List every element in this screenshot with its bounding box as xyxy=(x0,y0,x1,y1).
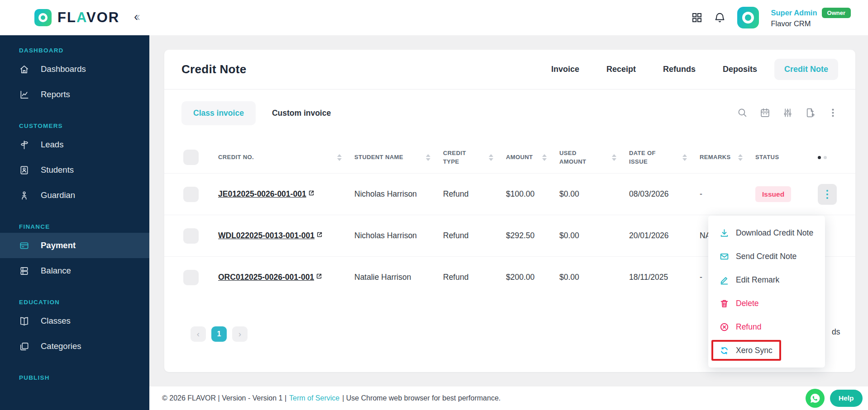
sidebar-item-leads[interactable]: Leads xyxy=(0,132,149,157)
menu-item-download-credit-note[interactable]: Download Credit Note xyxy=(708,221,825,245)
used-amount: $0.00 xyxy=(559,189,629,199)
sidebar-item-dashboards[interactable]: Dashboards xyxy=(0,57,149,82)
external-link-icon xyxy=(316,231,323,238)
row-actions-kebab-button[interactable] xyxy=(818,184,837,205)
apps-grid-icon[interactable] xyxy=(692,12,702,23)
search-icon[interactable] xyxy=(737,108,748,118)
sidebar-item-reports[interactable]: Reports xyxy=(0,82,149,107)
menu-item-delete[interactable]: Delete xyxy=(708,292,825,315)
sort-icon[interactable] xyxy=(612,154,616,161)
credit-type: Refund xyxy=(443,189,506,199)
top-header: FLAVOR ‹‹ Super Admin Owner Flavor CRM xyxy=(0,0,868,35)
column-header-credit-type[interactable]: CREDIT TYPE xyxy=(443,149,506,166)
mail-icon xyxy=(720,252,729,261)
column-header-remarks[interactable]: REMARKS xyxy=(700,153,755,162)
sort-icon[interactable] xyxy=(682,154,687,161)
row-checkbox[interactable] xyxy=(183,270,199,285)
pagination-page-1[interactable]: 1 xyxy=(211,326,227,342)
sidebar-item-classes[interactable]: Classes xyxy=(0,308,149,334)
sidebar-section-customers: CUSTOMERS xyxy=(19,123,149,129)
tab-credit-note[interactable]: Credit Note xyxy=(774,59,838,80)
sidebar-collapse-icon[interactable]: ‹‹ xyxy=(134,10,138,24)
column-header-used-amount[interactable]: USED AMOUNT xyxy=(559,149,629,166)
sidebar-item-students[interactable]: Students xyxy=(0,157,149,183)
sidebar-item-guardian[interactable]: Guardian xyxy=(0,183,149,208)
whatsapp-icon xyxy=(810,393,820,404)
page-title: Credit Note xyxy=(181,62,246,76)
column-header-amount[interactable]: AMOUNT xyxy=(506,153,559,162)
sidebar-item-balance[interactable]: Balance xyxy=(0,258,149,283)
help-button[interactable]: Help xyxy=(830,390,863,407)
external-link-icon xyxy=(315,273,323,280)
signpost-icon xyxy=(19,140,29,150)
invoice-subtabs: Class invoice Custom invoice xyxy=(181,101,343,125)
student-name: Nicholas Harrison xyxy=(354,189,417,198)
tab-refunds[interactable]: Refunds xyxy=(653,59,706,80)
sidebar-section-publish: PUBLISH xyxy=(19,374,149,381)
column-header-student-name[interactable]: STUDENT NAME xyxy=(354,153,443,162)
terms-of-service-link[interactable]: Term of Service xyxy=(289,394,339,402)
row-checkbox[interactable] xyxy=(183,187,199,202)
table-header-row: CREDIT NO. STUDENT NAME CREDIT TYPE AMOU… xyxy=(164,141,855,173)
brand-logo[interactable]: FLAVOR xyxy=(34,9,119,26)
pagination-prev-button[interactable]: ‹ xyxy=(191,326,206,342)
ledger-icon xyxy=(19,266,29,276)
credit-note-link[interactable]: JE012025-0026-001-001 xyxy=(218,189,354,199)
calendar-icon[interactable] xyxy=(760,108,770,118)
download-icon xyxy=(720,228,729,238)
sort-icon[interactable] xyxy=(542,154,547,161)
chart-icon xyxy=(19,90,29,100)
more-options-icon[interactable] xyxy=(828,108,838,118)
main-content: Credit Note Invoice Receipt Refunds Depo… xyxy=(149,35,868,410)
user-name[interactable]: Super Admin xyxy=(771,9,817,17)
column-scroll-dots[interactable] xyxy=(818,156,855,159)
whatsapp-button[interactable] xyxy=(806,389,825,408)
sort-icon[interactable] xyxy=(738,154,743,161)
filter-sliders-icon[interactable] xyxy=(782,108,793,118)
student-name: Nicholas Harrison xyxy=(354,231,417,240)
sidebar-item-categories[interactable]: Categories xyxy=(0,334,149,359)
column-header-credit-no[interactable]: CREDIT NO. xyxy=(218,153,354,162)
column-header-status: STATUS xyxy=(755,153,818,162)
export-file-icon[interactable] xyxy=(805,108,816,118)
menu-item-send-credit-note[interactable]: Send Credit Note xyxy=(708,245,825,268)
subtab-custom-invoice[interactable]: Custom invoice xyxy=(260,101,343,125)
menu-item-xero-sync[interactable]: Xero Sync xyxy=(708,339,825,362)
menu-item-refund[interactable]: Refund xyxy=(708,315,825,339)
row-actions-menu: Download Credit Note Send Credit Note Ed… xyxy=(708,216,825,368)
table-row: JE012025-0026-001-001 Nicholas Harrison … xyxy=(164,173,855,215)
amount: $200.00 xyxy=(506,273,559,282)
subtab-class-invoice[interactable]: Class invoice xyxy=(181,101,256,125)
cancel-circle-icon xyxy=(720,322,729,332)
brand-wordmark: FLAVOR xyxy=(57,9,119,26)
used-amount: $0.00 xyxy=(559,273,629,282)
sort-icon[interactable] xyxy=(489,154,493,161)
sort-icon[interactable] xyxy=(337,154,342,161)
book-icon xyxy=(19,316,29,326)
tab-invoice[interactable]: Invoice xyxy=(541,59,589,80)
credit-card-icon xyxy=(19,240,29,251)
home-icon xyxy=(19,64,29,75)
credit-note-link[interactable]: ORC012025-0026-001-001 xyxy=(218,273,354,282)
tab-receipt[interactable]: Receipt xyxy=(596,59,646,80)
column-header-date-of-issue[interactable]: DATE OF ISSUE xyxy=(629,149,700,166)
sort-icon[interactable] xyxy=(426,154,430,161)
notifications-bell-icon[interactable] xyxy=(714,12,725,24)
sidebar-nav: DASHBOARD Dashboards Reports CUSTOMERS L… xyxy=(0,35,149,410)
copyright-text: © 2026 FLAVOR | Version - Version 1 | xyxy=(162,394,286,402)
workspace-avatar[interactable] xyxy=(737,7,759,28)
student-card-icon xyxy=(19,165,29,175)
guardian-icon xyxy=(19,190,29,201)
owner-role-badge: Owner xyxy=(822,8,851,18)
sidebar-section-education: EDUCATION xyxy=(19,299,149,306)
sidebar-item-payment[interactable]: Payment xyxy=(0,233,149,258)
amount: $292.50 xyxy=(506,231,559,240)
tab-deposits[interactable]: Deposits xyxy=(713,59,767,80)
pagination-next-button[interactable]: › xyxy=(232,326,248,342)
select-all-checkbox[interactable] xyxy=(183,150,199,165)
remarks: - xyxy=(700,189,755,199)
menu-item-edit-remark[interactable]: Edit Remark xyxy=(708,268,825,292)
credit-note-link[interactable]: WDL022025-0013-001-001 xyxy=(218,231,354,240)
footer-note: | Use Chrome web browser for best perfor… xyxy=(342,394,501,402)
row-checkbox[interactable] xyxy=(183,228,199,244)
